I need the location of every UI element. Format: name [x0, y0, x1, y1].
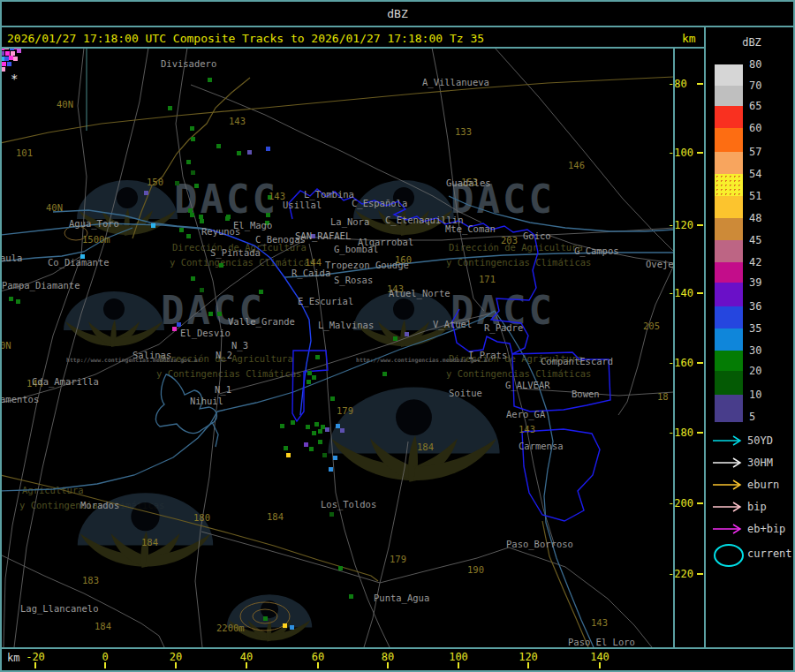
road-number-label: 133	[455, 126, 472, 137]
place-label: Lag_Llancanelo	[20, 603, 99, 614]
radar-echo	[190, 213, 194, 217]
title-separator	[0, 26, 795, 27]
radar-echo	[266, 213, 270, 217]
road-number-label: 1500m	[82, 234, 110, 245]
place-label: S_Pintada	[210, 247, 261, 258]
place-label: Mte_Coman	[445, 223, 496, 234]
place-label: N_2	[216, 350, 232, 360]
bottom-axis-tick	[458, 662, 459, 668]
legend-item-label: 50YD	[747, 434, 773, 447]
road-number-label: 184	[95, 621, 111, 631]
radar-echo	[190, 126, 194, 131]
scale-value-label: 36	[749, 300, 761, 313]
place-label: Agua_Toro	[69, 218, 119, 229]
right-axis-tick-label: -160	[668, 357, 693, 369]
radar-echo	[177, 322, 181, 327]
place-label: Pampa_Diamante	[2, 280, 80, 291]
road-number-label: 143	[591, 617, 608, 628]
place-label: CompantEscard	[541, 356, 613, 366]
place-label: Morados	[80, 500, 119, 510]
place-label: Los_Toldos	[321, 499, 376, 510]
place-label: Paso_Borroso	[506, 539, 573, 549]
right-axis-tick	[697, 224, 703, 226]
radar-echo	[172, 327, 177, 331]
radar-echo	[382, 372, 387, 376]
radar-echo	[191, 276, 195, 281]
radar-echo	[312, 431, 316, 435]
scale-block	[715, 351, 743, 371]
scale-block	[715, 86, 743, 106]
radar-echo	[340, 428, 344, 433]
right-axis-tick-label: -100	[668, 147, 693, 159]
place-label: aula	[2, 253, 22, 263]
track-arrow-icon	[712, 479, 746, 490]
bottom-axis-unit: km	[7, 652, 19, 664]
timestamp-header: 2026/01/27 17:18:00 UTC Composite Tracks…	[7, 32, 484, 45]
radar-echo	[179, 228, 184, 232]
road-number-label: 40N	[46, 202, 63, 213]
bottom-axis-tick	[317, 662, 319, 668]
road-number-label: 184	[141, 537, 158, 547]
radar-echo	[9, 297, 13, 301]
road-number-label: 171	[479, 274, 496, 284]
road-number-label: 101	[16, 147, 33, 158]
bottom-axis-tick-label: 100	[444, 651, 473, 663]
place-label: G_Campos	[574, 245, 619, 256]
place-label: Punta_Agua	[374, 593, 429, 603]
legend-item-label: eb+bip	[747, 523, 785, 535]
right-axis-tick	[697, 573, 703, 575]
map-right-border	[673, 48, 675, 647]
bottom-axis-tick-label: -20	[21, 651, 49, 663]
track-arrow-icon	[712, 524, 746, 534]
scale-block	[715, 417, 743, 422]
scale-block	[715, 174, 743, 196]
bottom-axis-tick-label: 120	[514, 651, 542, 663]
legend-item-label: bip	[747, 501, 767, 513]
radar-echo	[2, 62, 6, 66]
radar-echo	[283, 623, 287, 628]
road-number-label: 144	[305, 257, 322, 268]
bottom-axis-tick	[175, 662, 177, 668]
place-label: Goico	[523, 230, 551, 241]
scale-block	[715, 196, 743, 218]
radar-echo	[306, 425, 310, 429]
right-axis-tick	[697, 292, 703, 294]
road-number-label: 143	[519, 424, 535, 434]
place-label: S_Rosas	[334, 275, 373, 285]
place-label: V_Atuel	[433, 319, 472, 329]
place-label: SAN_RAFAEL	[295, 230, 351, 241]
scale-value-label: 20	[749, 365, 761, 377]
place-label: Reyunos	[201, 226, 240, 237]
right-axis-tick	[697, 83, 703, 85]
radar-echo	[286, 453, 291, 457]
place-label: amentos	[2, 394, 39, 404]
place-label: R_Padre	[484, 322, 523, 333]
radar-echo	[405, 332, 409, 336]
place-label: Cda_Amarilla	[32, 376, 99, 387]
road-number-label: 179	[390, 554, 406, 564]
radar-echo	[175, 181, 179, 185]
radar-echo	[329, 512, 334, 517]
radar-echo	[216, 144, 221, 148]
road-number-label: 205	[643, 321, 660, 331]
right-axis-tick-label: -120	[668, 219, 693, 231]
right-axis-tick-label: -220	[668, 568, 693, 580]
road-number-label: 0N	[2, 340, 11, 351]
track-arrow-icon	[712, 435, 746, 446]
right-axis-tick	[697, 502, 703, 504]
radar-echo	[291, 420, 295, 425]
place-label: Paso El Loro	[568, 637, 635, 647]
legend-item-label: current	[747, 547, 792, 560]
right-axis-tick-label: -200	[668, 497, 693, 510]
radar-echo	[315, 355, 320, 359]
place-label: Soitue	[449, 388, 482, 398]
place-label: N_1	[215, 384, 231, 395]
scale-value-label: 45	[749, 234, 761, 246]
header-separator	[0, 47, 704, 49]
map-canvas[interactable]: DACCDirección de Agriculturay Contingenc…	[2, 48, 674, 647]
radar-echo	[17, 49, 21, 53]
road-number-label: 143	[229, 116, 246, 126]
title-bar-label: dBZ	[0, 7, 795, 20]
scale-block	[715, 306, 743, 328]
radar-echo	[237, 151, 241, 155]
